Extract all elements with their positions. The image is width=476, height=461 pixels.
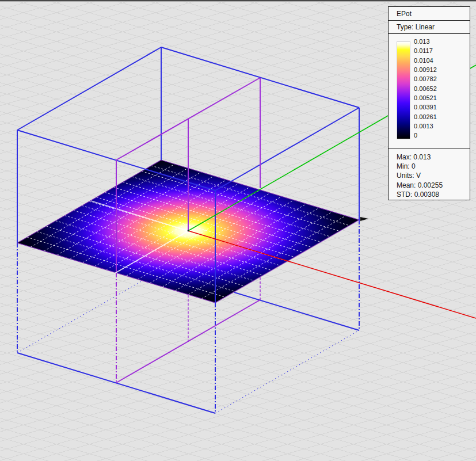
legend-stat-line: Units: V bbox=[397, 171, 470, 180]
origin-marker bbox=[188, 230, 189, 232]
colorbar-tick-label: 0.00391 bbox=[414, 102, 437, 112]
bounding-box-edge bbox=[17, 353, 215, 413]
colorbar-tick-label: 0.00912 bbox=[414, 65, 437, 74]
colorbar-gradient bbox=[397, 41, 410, 139]
bounding-box-edge bbox=[215, 108, 359, 191]
application-screen: EPot Type: Linear 0.0130.01170.01040.009… bbox=[0, 0, 476, 461]
legend-panel: EPot Type: Linear 0.0130.01170.01040.009… bbox=[388, 6, 470, 200]
bounding-box-hidden-edge bbox=[215, 330, 359, 413]
bounding-box-hidden-edge bbox=[17, 281, 142, 353]
legend-stat-line: Mean: 0.00255 bbox=[397, 181, 470, 190]
colorbar-tick-label: 0.00521 bbox=[414, 93, 437, 102]
legend-stats: Max: 0.013Min: 0Units: VMean: 0.00255STD… bbox=[389, 148, 470, 199]
legend-stat-line: Min: 0 bbox=[397, 162, 470, 171]
legend-stat-line: Max: 0.013 bbox=[397, 153, 470, 162]
colorbar-tick-label: 0.00261 bbox=[414, 112, 437, 121]
colorbar-tick-label: 0.0013 bbox=[414, 121, 437, 131]
colorbar-tick-label: 0.0117 bbox=[414, 46, 437, 55]
plane-corner-marker bbox=[360, 217, 368, 221]
bounding-box-edge bbox=[234, 292, 359, 330]
bounding-box-edge bbox=[17, 47, 161, 130]
colorbar-tick-label: 0 bbox=[414, 131, 437, 140]
window-top-bar-shadow bbox=[0, 1, 476, 2]
colorbar-tick-label: 0.0104 bbox=[414, 56, 437, 65]
colorbar-tick-label: 0.013 bbox=[414, 37, 437, 46]
legend-title: EPot bbox=[397, 10, 412, 18]
legend-stat-line: STD: 0.00308 bbox=[397, 190, 470, 199]
colorbar-tick-labels: 0.0130.01170.01040.009120.007820.006520.… bbox=[414, 37, 437, 140]
colorbar-zone: 0.0130.01170.01040.009120.007820.006520.… bbox=[389, 34, 470, 148]
colorbar-tick-label: 0.00782 bbox=[414, 74, 437, 83]
legend-scale-type: Type: Linear bbox=[397, 23, 435, 31]
colorbar-tick-label: 0.00652 bbox=[414, 84, 437, 93]
